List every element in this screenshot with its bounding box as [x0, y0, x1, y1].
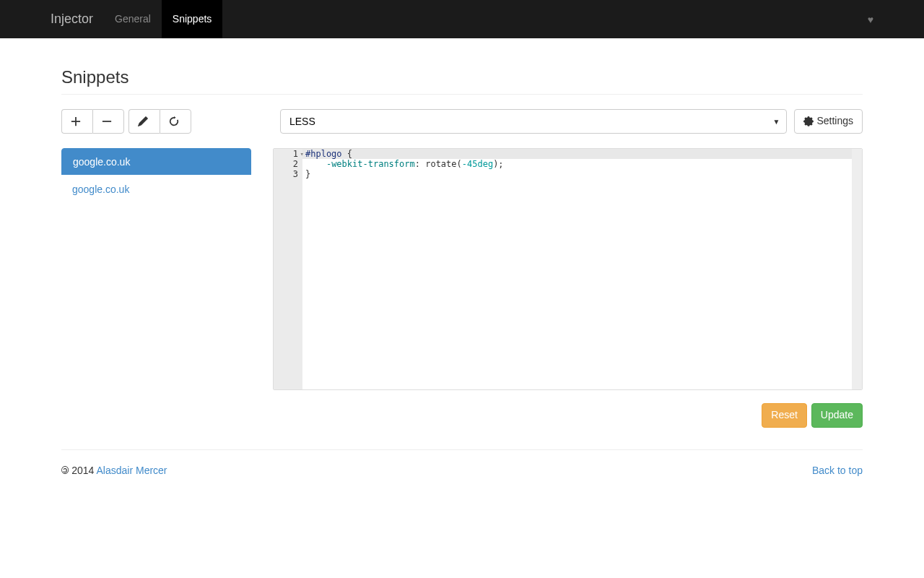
back-to-top-link[interactable]: Back to top [812, 465, 863, 476]
navbar: Injector General Snippets ♥ [0, 0, 924, 38]
page-title: Snippets [61, 67, 863, 87]
mode-select[interactable]: LESS [280, 109, 787, 134]
settings-label: Settings [816, 114, 853, 129]
list-item[interactable]: google.co.uk [61, 148, 251, 176]
editor-gutter: 1 2 3 [274, 149, 302, 389]
minus-icon [102, 116, 112, 126]
gear-icon [803, 116, 814, 126]
line-number: 1 [274, 149, 302, 159]
remove-button[interactable] [92, 109, 124, 134]
reset-button[interactable]: Reset [762, 403, 807, 428]
page-header: Snippets [61, 67, 863, 95]
line-number: 2 [274, 159, 302, 169]
add-button[interactable] [61, 109, 92, 134]
heart-icon[interactable]: ♥ [868, 14, 873, 25]
brand: Injector [40, 0, 104, 38]
plus-icon [71, 116, 81, 126]
add-remove-group [61, 109, 124, 134]
tab-snippets[interactable]: Snippets [162, 0, 222, 38]
mode-select-wrap: LESS ▼ [280, 109, 787, 134]
footer-year: 2014 [71, 465, 94, 476]
update-button[interactable]: Update [811, 403, 863, 428]
copyleft-icon: © [61, 465, 69, 476]
code-editor[interactable]: 1 2 3 #hplogo { -webkit-transform: rotat… [273, 148, 863, 390]
refresh-icon [169, 116, 179, 126]
editor-content[interactable]: #hplogo { -webkit-transform: rotate(-45d… [302, 149, 862, 389]
tab-general[interactable]: General [104, 0, 162, 38]
edit-button[interactable] [128, 109, 160, 134]
footer: © 2014 Alasdair Mercer Back to top [61, 449, 863, 476]
snippet-list: google.co.uk google.co.uk [61, 148, 251, 204]
pencil-icon [138, 116, 148, 126]
list-item[interactable]: google.co.uk [61, 175, 251, 204]
clone-button[interactable] [160, 109, 191, 134]
author-link[interactable]: Alasdair Mercer [97, 465, 167, 476]
edit-clone-group [128, 109, 191, 134]
line-number: 3 [274, 169, 302, 179]
settings-button[interactable]: Settings [794, 109, 863, 134]
